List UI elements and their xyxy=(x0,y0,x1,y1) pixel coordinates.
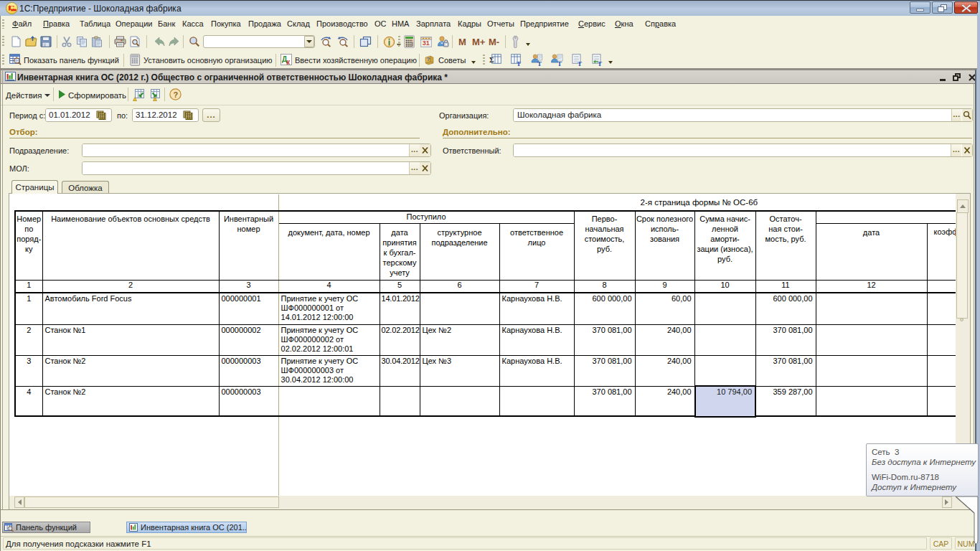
svg-text:Σ: Σ xyxy=(489,56,494,64)
svg-text:31: 31 xyxy=(423,39,430,47)
svg-text:?: ? xyxy=(427,56,430,62)
svg-text:T: T xyxy=(537,60,542,67)
svg-text:T: T xyxy=(557,60,562,67)
svg-text:T: T xyxy=(598,60,602,67)
svg-text:T: T xyxy=(578,60,582,67)
svg-text:T: T xyxy=(517,60,521,67)
svg-text:?: ? xyxy=(174,90,179,99)
